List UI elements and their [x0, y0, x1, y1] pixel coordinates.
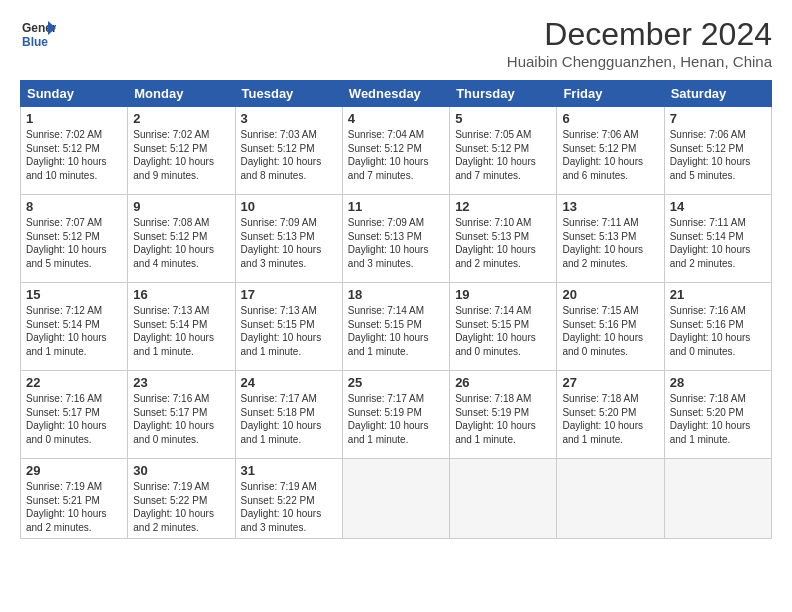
day-number: 28	[670, 375, 766, 390]
day-info: Sunrise: 7:07 AM Sunset: 5:12 PM Dayligh…	[26, 216, 122, 270]
day-number: 25	[348, 375, 444, 390]
day-number: 31	[241, 463, 337, 478]
day-number: 11	[348, 199, 444, 214]
table-row: 10Sunrise: 7:09 AM Sunset: 5:13 PM Dayli…	[235, 195, 342, 283]
day-number: 5	[455, 111, 551, 126]
table-row: 12Sunrise: 7:10 AM Sunset: 5:13 PM Dayli…	[450, 195, 557, 283]
day-number: 16	[133, 287, 229, 302]
day-info: Sunrise: 7:08 AM Sunset: 5:12 PM Dayligh…	[133, 216, 229, 270]
day-number: 7	[670, 111, 766, 126]
day-number: 21	[670, 287, 766, 302]
day-number: 29	[26, 463, 122, 478]
logo: General Blue	[20, 16, 60, 52]
table-row: 13Sunrise: 7:11 AM Sunset: 5:13 PM Dayli…	[557, 195, 664, 283]
table-row: 9Sunrise: 7:08 AM Sunset: 5:12 PM Daylig…	[128, 195, 235, 283]
page: General Blue December 2024 Huaibin Cheng…	[0, 0, 792, 549]
day-info: Sunrise: 7:14 AM Sunset: 5:15 PM Dayligh…	[348, 304, 444, 358]
table-row: 21Sunrise: 7:16 AM Sunset: 5:16 PM Dayli…	[664, 283, 771, 371]
table-row: 2Sunrise: 7:02 AM Sunset: 5:12 PM Daylig…	[128, 107, 235, 195]
col-monday: Monday	[128, 81, 235, 107]
day-number: 6	[562, 111, 658, 126]
table-row: 11Sunrise: 7:09 AM Sunset: 5:13 PM Dayli…	[342, 195, 449, 283]
day-number: 19	[455, 287, 551, 302]
day-info: Sunrise: 7:18 AM Sunset: 5:20 PM Dayligh…	[562, 392, 658, 446]
table-row: 28Sunrise: 7:18 AM Sunset: 5:20 PM Dayli…	[664, 371, 771, 459]
day-info: Sunrise: 7:02 AM Sunset: 5:12 PM Dayligh…	[26, 128, 122, 182]
day-info: Sunrise: 7:17 AM Sunset: 5:19 PM Dayligh…	[348, 392, 444, 446]
day-info: Sunrise: 7:02 AM Sunset: 5:12 PM Dayligh…	[133, 128, 229, 182]
day-number: 18	[348, 287, 444, 302]
table-row: 18Sunrise: 7:14 AM Sunset: 5:15 PM Dayli…	[342, 283, 449, 371]
table-row: 25Sunrise: 7:17 AM Sunset: 5:19 PM Dayli…	[342, 371, 449, 459]
table-row: 19Sunrise: 7:14 AM Sunset: 5:15 PM Dayli…	[450, 283, 557, 371]
table-row: 24Sunrise: 7:17 AM Sunset: 5:18 PM Dayli…	[235, 371, 342, 459]
calendar-header-row: Sunday Monday Tuesday Wednesday Thursday…	[21, 81, 772, 107]
table-row: 30Sunrise: 7:19 AM Sunset: 5:22 PM Dayli…	[128, 459, 235, 539]
day-info: Sunrise: 7:03 AM Sunset: 5:12 PM Dayligh…	[241, 128, 337, 182]
header: General Blue December 2024 Huaibin Cheng…	[20, 16, 772, 70]
table-row: 5Sunrise: 7:05 AM Sunset: 5:12 PM Daylig…	[450, 107, 557, 195]
table-row: 7Sunrise: 7:06 AM Sunset: 5:12 PM Daylig…	[664, 107, 771, 195]
table-row	[342, 459, 449, 539]
table-row: 15Sunrise: 7:12 AM Sunset: 5:14 PM Dayli…	[21, 283, 128, 371]
day-number: 13	[562, 199, 658, 214]
col-sunday: Sunday	[21, 81, 128, 107]
day-number: 30	[133, 463, 229, 478]
table-row: 14Sunrise: 7:11 AM Sunset: 5:14 PM Dayli…	[664, 195, 771, 283]
title-block: December 2024 Huaibin Chengguanzhen, Hen…	[507, 16, 772, 70]
day-info: Sunrise: 7:16 AM Sunset: 5:16 PM Dayligh…	[670, 304, 766, 358]
day-number: 27	[562, 375, 658, 390]
table-row: 26Sunrise: 7:18 AM Sunset: 5:19 PM Dayli…	[450, 371, 557, 459]
day-info: Sunrise: 7:13 AM Sunset: 5:15 PM Dayligh…	[241, 304, 337, 358]
day-info: Sunrise: 7:16 AM Sunset: 5:17 PM Dayligh…	[26, 392, 122, 446]
day-info: Sunrise: 7:06 AM Sunset: 5:12 PM Dayligh…	[562, 128, 658, 182]
day-info: Sunrise: 7:12 AM Sunset: 5:14 PM Dayligh…	[26, 304, 122, 358]
table-row	[557, 459, 664, 539]
day-info: Sunrise: 7:14 AM Sunset: 5:15 PM Dayligh…	[455, 304, 551, 358]
day-info: Sunrise: 7:19 AM Sunset: 5:22 PM Dayligh…	[133, 480, 229, 534]
day-number: 23	[133, 375, 229, 390]
table-row	[664, 459, 771, 539]
day-info: Sunrise: 7:06 AM Sunset: 5:12 PM Dayligh…	[670, 128, 766, 182]
table-row: 1Sunrise: 7:02 AM Sunset: 5:12 PM Daylig…	[21, 107, 128, 195]
col-friday: Friday	[557, 81, 664, 107]
day-info: Sunrise: 7:15 AM Sunset: 5:16 PM Dayligh…	[562, 304, 658, 358]
day-number: 8	[26, 199, 122, 214]
table-row: 4Sunrise: 7:04 AM Sunset: 5:12 PM Daylig…	[342, 107, 449, 195]
day-info: Sunrise: 7:19 AM Sunset: 5:22 PM Dayligh…	[241, 480, 337, 534]
table-row: 6Sunrise: 7:06 AM Sunset: 5:12 PM Daylig…	[557, 107, 664, 195]
day-info: Sunrise: 7:18 AM Sunset: 5:20 PM Dayligh…	[670, 392, 766, 446]
day-number: 22	[26, 375, 122, 390]
table-row: 27Sunrise: 7:18 AM Sunset: 5:20 PM Dayli…	[557, 371, 664, 459]
day-number: 3	[241, 111, 337, 126]
col-thursday: Thursday	[450, 81, 557, 107]
day-number: 26	[455, 375, 551, 390]
day-info: Sunrise: 7:11 AM Sunset: 5:13 PM Dayligh…	[562, 216, 658, 270]
day-number: 15	[26, 287, 122, 302]
day-number: 17	[241, 287, 337, 302]
day-info: Sunrise: 7:09 AM Sunset: 5:13 PM Dayligh…	[241, 216, 337, 270]
table-row: 29Sunrise: 7:19 AM Sunset: 5:21 PM Dayli…	[21, 459, 128, 539]
day-info: Sunrise: 7:09 AM Sunset: 5:13 PM Dayligh…	[348, 216, 444, 270]
table-row: 20Sunrise: 7:15 AM Sunset: 5:16 PM Dayli…	[557, 283, 664, 371]
table-row: 22Sunrise: 7:16 AM Sunset: 5:17 PM Dayli…	[21, 371, 128, 459]
table-row	[450, 459, 557, 539]
day-info: Sunrise: 7:19 AM Sunset: 5:21 PM Dayligh…	[26, 480, 122, 534]
day-info: Sunrise: 7:05 AM Sunset: 5:12 PM Dayligh…	[455, 128, 551, 182]
col-tuesday: Tuesday	[235, 81, 342, 107]
day-number: 1	[26, 111, 122, 126]
day-info: Sunrise: 7:04 AM Sunset: 5:12 PM Dayligh…	[348, 128, 444, 182]
day-info: Sunrise: 7:11 AM Sunset: 5:14 PM Dayligh…	[670, 216, 766, 270]
svg-text:Blue: Blue	[22, 35, 48, 49]
logo-icon: General Blue	[20, 16, 56, 52]
day-number: 4	[348, 111, 444, 126]
col-wednesday: Wednesday	[342, 81, 449, 107]
day-info: Sunrise: 7:18 AM Sunset: 5:19 PM Dayligh…	[455, 392, 551, 446]
col-saturday: Saturday	[664, 81, 771, 107]
day-number: 24	[241, 375, 337, 390]
day-info: Sunrise: 7:16 AM Sunset: 5:17 PM Dayligh…	[133, 392, 229, 446]
calendar: Sunday Monday Tuesday Wednesday Thursday…	[20, 80, 772, 539]
table-row: 31Sunrise: 7:19 AM Sunset: 5:22 PM Dayli…	[235, 459, 342, 539]
day-number: 12	[455, 199, 551, 214]
day-info: Sunrise: 7:10 AM Sunset: 5:13 PM Dayligh…	[455, 216, 551, 270]
